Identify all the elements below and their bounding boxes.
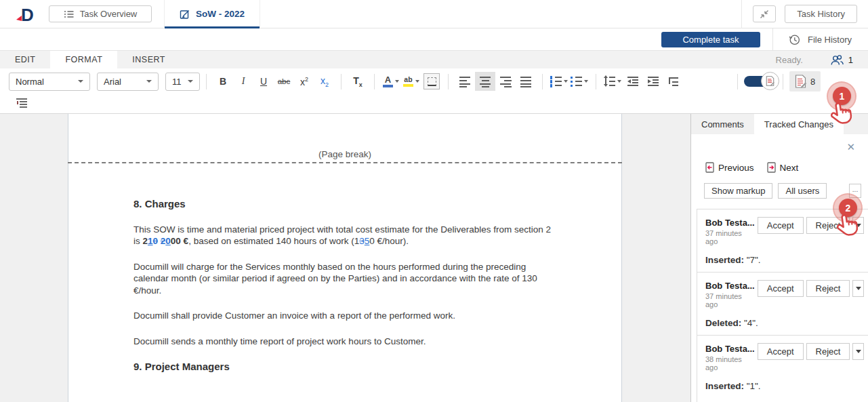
document-tab[interactable]: SoW - 2022: [164, 0, 260, 28]
font-family-value: Arial: [104, 77, 121, 87]
justify-button[interactable]: [516, 72, 536, 91]
change-navigation: Previous Next: [705, 162, 798, 173]
next-change-button[interactable]: Next: [767, 162, 799, 173]
change-action: Inserted:: [705, 381, 744, 391]
top-bar: D Task Overview SoW - 2022 Task History: [0, 0, 868, 28]
superscript-icon: x2: [300, 76, 308, 87]
tracked-change-card: Bob Testa... 38 minutes ago Accept Rejec…: [697, 335, 868, 398]
paragraph-style-value: Normal: [16, 77, 44, 87]
previous-change-button[interactable]: Previous: [705, 162, 754, 173]
paragraph-style-select[interactable]: Normal: [9, 73, 90, 91]
doc-paragraph-rich[interactable]: This SOW is time and material priced pro…: [133, 224, 555, 247]
show-markup-button[interactable]: Show markup: [704, 183, 772, 199]
italic-icon: I: [242, 76, 245, 87]
align-left-button[interactable]: [455, 72, 475, 91]
document-page[interactable]: (Page break) 8. Charges This SOW is time…: [68, 114, 622, 402]
tracked-changes-doc-icon: [766, 76, 774, 86]
change-more-actions-button[interactable]: [852, 343, 864, 360]
menu-edit[interactable]: EDIT: [0, 51, 50, 68]
increase-indent-button[interactable]: [643, 72, 663, 91]
change-action: Inserted:: [705, 255, 744, 265]
annotation-2: 2: [833, 193, 868, 247]
tab-stop-button[interactable]: [663, 72, 684, 91]
status-text: Ready.: [776, 55, 803, 65]
bullet-list-button[interactable]: [569, 72, 590, 91]
complete-task-button[interactable]: Complete task: [661, 32, 760, 47]
clear-formatting-button[interactable]: Tx: [348, 72, 368, 91]
font-size-select[interactable]: 11: [165, 73, 200, 91]
subscript-icon: x2: [321, 75, 329, 88]
change-action: Deleted:: [705, 318, 741, 328]
reject-button[interactable]: Reject: [806, 280, 850, 297]
change-value: "4".: [744, 318, 758, 328]
close-panel-button[interactable]: ✕: [846, 141, 855, 153]
toolbar-separator: [448, 74, 449, 89]
toolbar-separator: [596, 74, 596, 89]
font-color-icon: A: [383, 75, 393, 87]
file-history-button[interactable]: File History: [773, 33, 868, 46]
task-overview-tab[interactable]: Task Overview: [49, 5, 152, 22]
dropdown-caret-icon: [856, 287, 861, 290]
menu-format[interactable]: FORMAT: [50, 51, 117, 68]
tracked-changes-count-button[interactable]: 8: [789, 71, 821, 92]
highlight-color-button[interactable]: ab: [401, 72, 421, 91]
accept-button[interactable]: Accept: [758, 343, 804, 360]
reject-button[interactable]: Reject: [806, 343, 850, 360]
page-break-label: (Page break): [68, 149, 621, 159]
change-value: "7".: [747, 255, 761, 265]
align-right-icon: [500, 75, 512, 87]
subscript-button[interactable]: x2: [314, 72, 335, 91]
next-change-icon: [767, 162, 776, 173]
numbered-list-icon: [550, 75, 562, 87]
strikethrough-icon: abc: [278, 77, 291, 85]
superscript-button[interactable]: x2: [294, 72, 314, 91]
justify-icon: [520, 75, 532, 87]
collapse-button[interactable]: [753, 5, 776, 22]
tracked-changes-toggle[interactable]: [744, 72, 777, 91]
align-right-button[interactable]: [495, 72, 516, 91]
underline-button[interactable]: U: [253, 72, 274, 91]
close-icon: ✕: [846, 141, 855, 153]
borders-button[interactable]: [421, 72, 442, 91]
change-more-actions-button[interactable]: [852, 280, 864, 297]
italic-button[interactable]: I: [233, 72, 253, 91]
text-segment: 1: [148, 236, 153, 246]
task-history-button[interactable]: Task History: [785, 5, 857, 23]
change-value: "1".: [747, 381, 761, 391]
chevron-down-icon: [78, 80, 83, 83]
dropdown-caret-icon: [856, 350, 861, 353]
doc-paragraph[interactable]: Documill shall provide Customer an invoi…: [133, 310, 555, 322]
annotation-1: 1: [827, 81, 867, 136]
accept-button[interactable]: Accept: [758, 280, 804, 297]
text-segment: 3: [359, 236, 365, 246]
doc-paragraph[interactable]: Documill will charge for the Services mo…: [133, 261, 555, 297]
line-spacing-button[interactable]: [602, 72, 623, 91]
underline-icon: U: [260, 76, 267, 87]
bold-icon: B: [220, 76, 226, 87]
paragraph-format-button[interactable]: [12, 94, 32, 113]
chevron-down-icon: [584, 80, 588, 83]
all-users-button[interactable]: All users: [778, 183, 827, 199]
menu-bar: EDIT FORMAT INSERT Ready. 1: [0, 51, 868, 68]
accept-button[interactable]: Accept: [758, 217, 804, 234]
strikethrough-button[interactable]: abc: [274, 72, 294, 91]
change-author: Bob Testa...: [705, 218, 755, 228]
decrease-indent-button[interactable]: [623, 72, 643, 91]
bullet-list-icon: [571, 75, 582, 87]
document-content[interactable]: 8. Charges This SOW is time and material…: [133, 198, 555, 373]
section-heading[interactable]: 8. Charges: [133, 198, 555, 210]
font-family-select[interactable]: Arial: [97, 73, 159, 91]
chevron-down-icon: [395, 80, 399, 83]
cursor-hand-icon: [827, 100, 856, 132]
numbered-list-button[interactable]: [549, 72, 569, 91]
doc-paragraph[interactable]: Documill sends a monthly time report of …: [133, 336, 555, 348]
tab-comments[interactable]: Comments: [691, 114, 754, 134]
next-section-heading[interactable]: 9. Project Managers: [133, 361, 555, 373]
file-history-label: File History: [808, 35, 852, 45]
line-spacing-icon: [604, 75, 615, 87]
bold-button[interactable]: B: [213, 72, 233, 91]
font-color-button[interactable]: A: [381, 72, 401, 91]
menu-insert[interactable]: INSERT: [117, 51, 180, 68]
align-center-button[interactable]: [475, 72, 495, 91]
text-segment: 2: [143, 236, 148, 246]
